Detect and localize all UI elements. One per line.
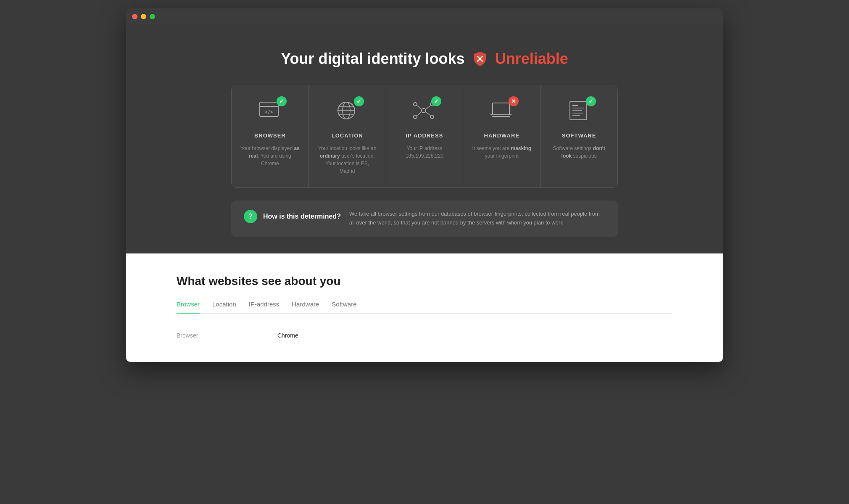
tab-hardware[interactable]: Hardware [292, 301, 319, 314]
ip-status-badge: ✓ [431, 96, 441, 106]
app-window: Your digital identity looks Unreliable [126, 8, 723, 362]
browser-card-desc: Your browser displayed as real. You are … [240, 145, 300, 167]
info-table: Browser Chrome [177, 326, 672, 345]
software-status-badge: ✓ [586, 96, 596, 106]
row-value: Chrome [277, 332, 298, 339]
row-label: Browser [177, 332, 277, 339]
svg-line-16 [426, 106, 430, 109]
tab-software[interactable]: Software [332, 301, 356, 314]
ip-card-title: IP ADDRESS [406, 132, 443, 139]
status-label: Unreliable [495, 50, 568, 68]
title-prefix: Your digital identity looks [281, 50, 464, 68]
main-title: Your digital identity looks Unreliable [281, 50, 568, 68]
location-card-title: LOCATION [332, 132, 363, 139]
hardware-icon-wrap: ✕ [488, 98, 515, 125]
title-bar [126, 8, 723, 24]
hardware-card-desc: It seems you are masking your fingerprin… [472, 145, 532, 160]
svg-rect-19 [493, 103, 509, 115]
shield-x-icon [471, 50, 489, 68]
maximize-button[interactable] [150, 14, 155, 19]
svg-line-15 [417, 106, 422, 109]
svg-line-18 [426, 112, 430, 116]
tab-ip-address[interactable]: IP-address [249, 301, 279, 314]
svg-point-13 [414, 115, 417, 119]
location-card: ✓ LOCATION Your location looks like an o… [309, 85, 386, 187]
how-left: ? How is this determined? [244, 210, 341, 223]
how-determined-banner: ? How is this determined? We take all br… [231, 201, 618, 237]
ip-address-card: ✓ IP ADDRESS Your IP address 185.199.228… [386, 85, 464, 187]
hardware-status-badge: ✕ [509, 96, 519, 106]
tab-location[interactable]: Location [212, 301, 236, 314]
location-card-desc: Your location looks like an ordinary use… [317, 145, 377, 175]
svg-text:</>: </> [265, 109, 273, 115]
browser-card-title: BROWSER [254, 132, 286, 139]
section-heading: What websites see about you [177, 274, 672, 288]
ip-icon-wrap: ✓ [411, 98, 438, 125]
tabs-bar: Browser Location IP-address Hardware Sof… [177, 301, 672, 314]
dark-section: Your digital identity looks Unreliable [126, 24, 723, 253]
svg-point-11 [414, 103, 417, 106]
software-card-title: SOFTWARE [562, 132, 596, 139]
ip-card-desc: Your IP address 185.199.228.220 [395, 145, 455, 160]
close-button[interactable] [132, 14, 137, 19]
hardware-card: ✕ HARDWARE It seems you are masking your… [463, 85, 541, 187]
browser-icon-wrap: </> ✓ [256, 98, 283, 125]
software-card-desc: Software settings don't look suspicious [549, 145, 609, 160]
browser-status-badge: ✓ [277, 96, 287, 106]
svg-point-14 [430, 115, 434, 119]
white-section: What websites see about you Browser Loca… [126, 253, 723, 362]
location-icon-wrap: ✓ [334, 98, 361, 125]
how-desc: We take all browser settings from our da… [349, 210, 605, 227]
browser-card: </> ✓ BROWSER Your browser displayed as … [232, 85, 309, 187]
how-title: How is this determined? [263, 213, 341, 220]
tab-browser[interactable]: Browser [177, 301, 200, 314]
hardware-card-title: HARDWARE [484, 132, 520, 139]
table-row: Browser Chrome [177, 326, 672, 345]
cards-grid: </> ✓ BROWSER Your browser displayed as … [231, 85, 618, 188]
minimize-button[interactable] [141, 14, 146, 19]
location-status-badge: ✓ [354, 96, 364, 106]
software-icon-wrap: ✓ [566, 98, 593, 125]
svg-line-17 [417, 112, 422, 116]
software-card: ✓ SOFTWARE Software settings don't look … [541, 85, 617, 187]
svg-point-10 [422, 108, 426, 113]
how-icon: ? [244, 210, 257, 223]
